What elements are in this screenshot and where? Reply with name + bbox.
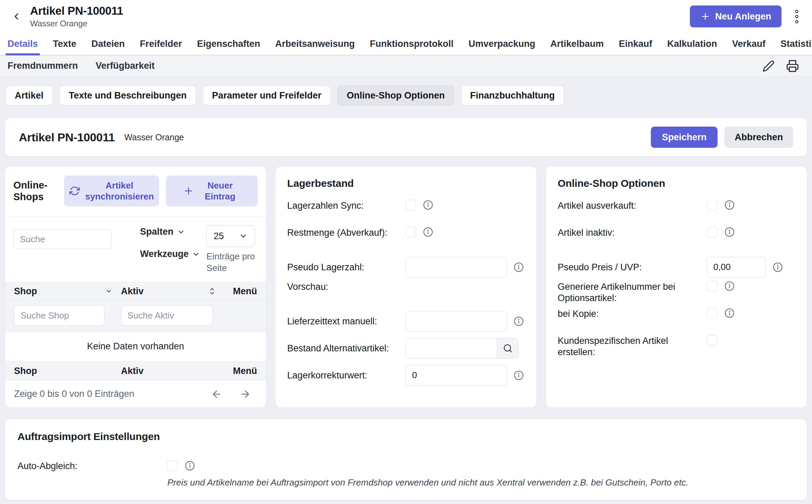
new-create-button[interactable]: Neu Anlegen [690,5,782,27]
filter-aktiv-input[interactable] [121,305,213,326]
pill-parameter-und-freifelder[interactable]: Parameter und Freifelder [203,86,331,105]
order-import-panel: Auftragsimport Einstellungen Auto-Abglei… [5,419,807,500]
info-icon[interactable] [773,262,783,272]
text-input[interactable] [406,338,497,358]
primary-tab-bar: DetailsTexteDateienFreifelderEigenschaft… [0,33,812,55]
stock-panel: Lagerbestand Lagerzahlen Sync:Restmenge … [275,166,537,408]
main-content: ArtikelTexte und BeschreibungenParameter… [0,77,812,500]
text-input[interactable] [405,311,507,332]
checkbox[interactable] [405,227,416,237]
field-label: Pseudo Lagerzahl: [287,261,405,273]
tools-dropdown-label: Werkzeuge [140,249,189,259]
previous-page-arrow-icon[interactable] [210,387,223,401]
tab-freifelder[interactable]: Freifelder [140,33,182,55]
info-icon[interactable] [724,308,735,318]
field-row-artikel-ausverkauft: Artikel ausverkauft: [558,199,795,227]
pill-online-shop-optionen[interactable]: Online-Shop Optionen [337,86,454,105]
tab-statistik[interactable]: Statistik [781,33,812,55]
title-block: Artikel PN-100011 Wasser Orange [30,4,123,28]
new-entry-button[interactable]: Neuer Eintrag [166,176,258,206]
app-header: Artikel PN-100011 Wasser Orange Neu Anle… [0,0,812,33]
cancel-button[interactable]: Abbrechen [724,127,793,148]
order-import-title: Auftragsimport Einstellungen [17,431,795,442]
info-icon[interactable] [423,200,433,210]
checkbox[interactable] [707,227,718,237]
checkbox[interactable] [707,335,718,346]
columns-dropdown[interactable]: Spalten [140,227,200,237]
field-control [405,311,525,332]
text-input[interactable] [707,257,766,277]
tab-verkauf[interactable]: Verkauf [732,33,765,55]
info-icon[interactable] [514,262,524,272]
filter-shop-input[interactable] [14,305,104,326]
pill-finanzbuchhaltung[interactable]: Finanzbuchhaltung [461,86,564,105]
page-size-label: Einträge pro Seite [206,250,258,274]
checkbox[interactable] [707,308,718,319]
search-input[interactable] [13,229,112,249]
field-label: Restmenge (Abverkauf): [287,227,405,238]
info-icon[interactable] [724,227,735,237]
field-label: Bestand Alternativartikel: [287,342,405,354]
tab-details[interactable]: Details [8,33,38,55]
tab-einkauf[interactable]: Einkauf [619,33,652,55]
checkbox[interactable] [405,200,416,210]
article-summary-card: Artikel PN-100011 Wasser Orange Speicher… [5,118,807,157]
page-size-value: 25 [214,231,224,242]
page-size-select[interactable]: 25 [206,225,255,247]
tab-arbeitsanweisung[interactable]: Arbeitsanweisung [275,33,355,55]
tab-texte[interactable]: Texte [53,33,77,55]
checkbox[interactable] [707,281,718,292]
tab-funktionsprotokoll[interactable]: Funktionsprotokoll [370,33,453,55]
column-header-shop[interactable]: Shop [14,286,121,297]
sync-articles-label: Artikel synchronisieren [85,180,154,202]
printer-icon[interactable] [785,58,800,74]
info-icon[interactable] [514,316,524,326]
pagination-text: Zeige 0 bis 0 von 0 Einträgen [14,389,134,399]
columns-dropdown-label: Spalten [140,227,173,237]
text-input[interactable] [405,365,507,386]
chevron-left-icon [11,11,22,22]
plus-icon [183,185,194,196]
back-button[interactable] [8,8,25,25]
table-header-row: Shop Aktiv Menü [5,282,266,300]
field-control [707,335,795,346]
footer-header-aktiv: Aktiv [121,366,223,376]
tab-umverpackung[interactable]: Umverpackung [468,33,535,55]
info-icon[interactable] [724,200,735,210]
auto-sync-checkbox[interactable] [167,461,178,471]
tab-artikelbaum[interactable]: Artikelbaum [550,33,604,55]
tab-verfügbarkeit[interactable]: Verfügbarkeit [96,61,155,71]
info-icon[interactable] [185,461,195,471]
chevron-down-icon [239,232,248,241]
tab-fremdnummern[interactable]: Fremdnummern [8,61,78,71]
column-header-aktiv[interactable]: Aktiv [121,286,223,297]
info-icon[interactable] [724,281,735,291]
field-control [707,257,795,277]
tab-eigenschaften[interactable]: Eigenschaften [197,33,260,55]
field-label: Lieferzeittext manuell: [287,315,405,327]
info-icon[interactable] [423,227,433,237]
next-page-arrow-icon[interactable] [239,387,252,401]
search-icon[interactable] [497,338,518,358]
save-button[interactable]: Speichern [651,127,718,148]
table-filter-row [5,300,266,332]
sync-articles-button[interactable]: Artikel synchronisieren [64,176,159,206]
kebab-menu-icon[interactable] [793,8,800,25]
info-icon[interactable] [514,370,524,380]
table-footer-header-row: Shop Aktiv Menü [5,361,266,380]
field-control [707,227,795,237]
field-row-kundenspezifischen-artikel-erstellen: Kundenspezifischen Artikel erstellen: [558,335,795,362]
tab-kalkulation[interactable]: Kalkulation [667,33,717,55]
edit-pencil-icon[interactable] [761,58,776,74]
pill-texte-und-beschreibungen[interactable]: Texte und Beschreibungen [60,86,196,105]
new-create-label: Neu Anlegen [715,11,771,22]
field-row-lagerzahlen-sync: Lagerzahlen Sync: [287,199,525,227]
tools-dropdown[interactable]: Werkzeuge [140,249,200,259]
field-label: Artikel ausverkauft: [558,199,707,211]
text-input[interactable] [405,257,507,277]
field-label: Lagerkorrekturwert: [287,369,405,381]
checkbox[interactable] [707,200,718,210]
field-row-lagerkorrekturwert: Lagerkorrekturwert: [287,362,525,389]
pill-artikel[interactable]: Artikel [5,86,53,105]
tab-dateien[interactable]: Dateien [91,33,125,55]
